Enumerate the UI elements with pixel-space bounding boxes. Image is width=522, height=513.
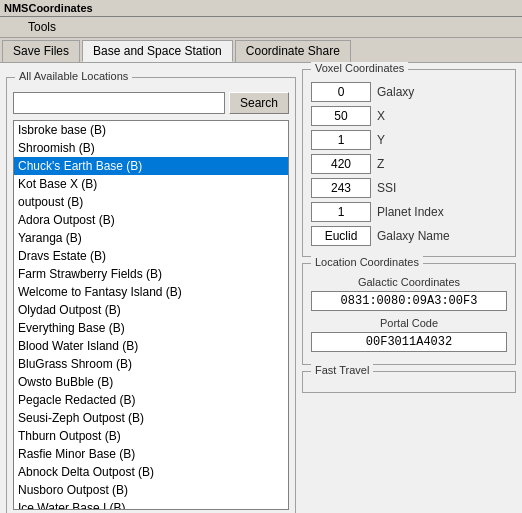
location-coords-group: Location Coordinates Galactic Coordinate… — [302, 263, 516, 365]
search-button[interactable]: Search — [229, 92, 289, 114]
galaxy-name-row: Galaxy Name — [311, 226, 507, 246]
list-item[interactable]: Abnock Delta Outpost (B) — [14, 463, 288, 481]
main-content: All Available Locations Search Isbroke b… — [0, 63, 522, 501]
planet-index-label: Planet Index — [377, 205, 444, 219]
title-bar: NMSCoordinates — [0, 0, 522, 17]
list-item[interactable]: Dravs Estate (B) — [14, 247, 288, 265]
list-item[interactable]: Rasfie Minor Base (B) — [14, 445, 288, 463]
list-item[interactable]: Thburn Outpost (B) — [14, 427, 288, 445]
tab-coord-share[interactable]: Coordinate Share — [235, 40, 351, 62]
list-item[interactable]: Chuck's Earth Base (B) — [14, 157, 288, 175]
fast-travel-group: Fast Travel — [302, 371, 516, 393]
z-input[interactable] — [311, 154, 371, 174]
portal-code-label: Portal Code — [311, 317, 507, 329]
y-row: Y — [311, 130, 507, 150]
locations-group-content: Search Isbroke base (B)Shroomish (B)Chuc… — [7, 78, 295, 513]
menu-item-tools[interactable]: Tools — [24, 19, 60, 35]
list-item[interactable]: Seusi-Zeph Outpost (B) — [14, 409, 288, 427]
ssi-row: SSI — [311, 178, 507, 198]
x-row: X — [311, 106, 507, 126]
list-item[interactable]: Farm Strawberry Fields (B) — [14, 265, 288, 283]
portal-code-value: 00F3011A4032 — [311, 332, 507, 352]
menu-item-blank[interactable] — [4, 19, 12, 35]
voxel-coords-title: Voxel Coordinates — [311, 62, 408, 74]
planet-index-row: Planet Index — [311, 202, 507, 222]
list-item[interactable]: Olydad Outpost (B) — [14, 301, 288, 319]
galactic-coords-label: Galactic Coordinates — [311, 276, 507, 288]
list-item[interactable]: Nusboro Outpost (B) — [14, 481, 288, 499]
galactic-coords-value: 0831:0080:09A3:00F3 — [311, 291, 507, 311]
list-item[interactable]: Everything Base (B) — [14, 319, 288, 337]
right-panel: Voxel Coordinates Galaxy X Y Z — [302, 69, 516, 495]
list-item[interactable]: Owsto BuBble (B) — [14, 373, 288, 391]
menu-bar: Tools — [0, 17, 522, 38]
z-row: Z — [311, 154, 507, 174]
galaxy-input[interactable] — [311, 82, 371, 102]
tab-save-files[interactable]: Save Files — [2, 40, 80, 62]
z-label: Z — [377, 157, 384, 171]
location-coords-content: Galactic Coordinates 0831:0080:09A3:00F3… — [303, 264, 515, 364]
x-label: X — [377, 109, 385, 123]
list-item[interactable]: Blood Water Island (B) — [14, 337, 288, 355]
galaxy-row: Galaxy — [311, 82, 507, 102]
galaxy-label: Galaxy — [377, 85, 414, 99]
y-input[interactable] — [311, 130, 371, 150]
ssi-label: SSI — [377, 181, 396, 195]
list-item[interactable]: Isbroke base (B) — [14, 121, 288, 139]
app-title: NMSCoordinates — [4, 2, 93, 14]
galaxy-name-label: Galaxy Name — [377, 229, 450, 243]
search-row: Search — [13, 92, 289, 114]
list-item[interactable]: Pegacle Redacted (B) — [14, 391, 288, 409]
x-input[interactable] — [311, 106, 371, 126]
list-item[interactable]: Yaranga (B) — [14, 229, 288, 247]
fast-travel-title: Fast Travel — [311, 364, 373, 376]
galaxy-name-input[interactable] — [311, 226, 371, 246]
locations-list[interactable]: Isbroke base (B)Shroomish (B)Chuck's Ear… — [13, 120, 289, 510]
list-item[interactable]: Shroomish (B) — [14, 139, 288, 157]
search-input[interactable] — [13, 92, 225, 114]
y-label: Y — [377, 133, 385, 147]
list-item[interactable]: Adora Outpost (B) — [14, 211, 288, 229]
tabs-bar: Save Files Base and Space Station Coordi… — [0, 38, 522, 63]
voxel-coords-group: Voxel Coordinates Galaxy X Y Z — [302, 69, 516, 257]
list-item[interactable]: Kot Base X (B) — [14, 175, 288, 193]
tab-base-space[interactable]: Base and Space Station — [82, 40, 233, 62]
list-item[interactable]: Welcome to Fantasy Island (B) — [14, 283, 288, 301]
list-item[interactable]: BluGrass Shroom (B) — [14, 355, 288, 373]
voxel-coords-content: Galaxy X Y Z SSI — [303, 70, 515, 256]
list-item[interactable]: outpoust (B) — [14, 193, 288, 211]
left-panel: All Available Locations Search Isbroke b… — [6, 69, 296, 495]
locations-group: All Available Locations Search Isbroke b… — [6, 77, 296, 513]
ssi-input[interactable] — [311, 178, 371, 198]
planet-index-input[interactable] — [311, 202, 371, 222]
location-coords-title: Location Coordinates — [311, 256, 423, 268]
list-item[interactable]: Ice Water Base I (B) — [14, 499, 288, 510]
locations-group-title: All Available Locations — [15, 70, 132, 82]
